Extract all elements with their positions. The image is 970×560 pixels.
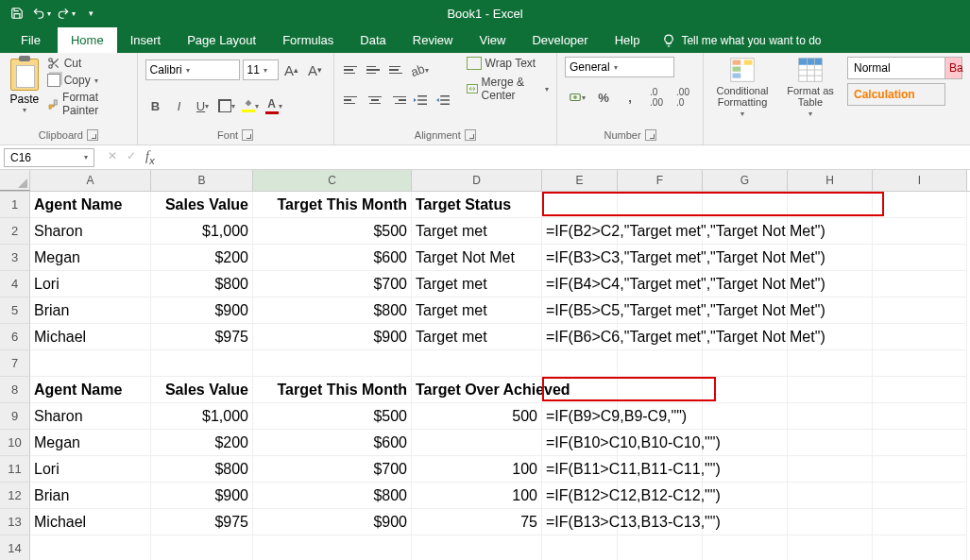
row-header[interactable]: 1 bbox=[0, 192, 30, 218]
paste-button[interactable]: Paste ▾ bbox=[8, 57, 42, 114]
cell-I12[interactable] bbox=[873, 483, 967, 509]
cell-D6[interactable]: Target met bbox=[412, 324, 542, 350]
increase-decimal-button[interactable]: .0.00 bbox=[644, 87, 669, 108]
row-header[interactable]: 6 bbox=[0, 324, 30, 350]
cell-B14[interactable] bbox=[151, 535, 253, 560]
cell-I13[interactable] bbox=[873, 509, 967, 535]
cell-E1[interactable] bbox=[542, 192, 618, 218]
column-header-H[interactable]: H bbox=[788, 170, 873, 191]
dialog-launcher[interactable] bbox=[242, 129, 253, 141]
cell-C12[interactable]: $800 bbox=[253, 483, 412, 509]
cell-A13[interactable]: Michael bbox=[30, 509, 151, 535]
row-header[interactable]: 8 bbox=[0, 377, 30, 403]
align-center-button[interactable] bbox=[365, 90, 385, 110]
cell-B3[interactable]: $200 bbox=[151, 245, 253, 271]
dialog-launcher[interactable] bbox=[87, 129, 98, 141]
row-header[interactable]: 3 bbox=[0, 245, 30, 271]
cell-D10[interactable] bbox=[412, 430, 542, 456]
cell-C6[interactable]: $900 bbox=[253, 324, 412, 350]
cell-A11[interactable]: Lori bbox=[30, 456, 151, 483]
column-header-A[interactable]: A bbox=[30, 170, 151, 191]
cut-button[interactable]: Cut bbox=[47, 57, 129, 70]
row-header[interactable]: 4 bbox=[0, 271, 30, 297]
row-header[interactable]: 14 bbox=[0, 535, 30, 560]
number-format-combo[interactable]: General▾ bbox=[565, 57, 674, 77]
cell-B11[interactable]: $800 bbox=[151, 456, 253, 483]
cell-H1[interactable] bbox=[788, 192, 873, 218]
cell-I2[interactable] bbox=[873, 218, 967, 245]
row-header[interactable]: 11 bbox=[0, 456, 30, 483]
cell-A5[interactable]: Brian bbox=[30, 297, 151, 324]
column-header-G[interactable]: G bbox=[703, 170, 788, 191]
column-header-D[interactable]: D bbox=[412, 170, 542, 191]
cell-I7[interactable] bbox=[873, 350, 967, 377]
tell-me-search[interactable]: Tell me what you want to do bbox=[653, 28, 830, 53]
cell-H12[interactable] bbox=[788, 483, 873, 509]
cell-D11[interactable]: 100 bbox=[412, 456, 542, 483]
cell-H11[interactable] bbox=[788, 456, 873, 483]
cell-H13[interactable] bbox=[788, 509, 873, 535]
cancel-formula-button[interactable]: ✕ bbox=[108, 149, 117, 166]
cell-C2[interactable]: $500 bbox=[253, 218, 412, 245]
dialog-launcher[interactable] bbox=[645, 129, 656, 141]
cell-C13[interactable]: $900 bbox=[253, 509, 412, 535]
wrap-text-button[interactable]: Wrap Text bbox=[467, 57, 549, 70]
cell-A7[interactable] bbox=[30, 350, 151, 377]
cell-D14[interactable] bbox=[412, 535, 542, 560]
cell-E3[interactable]: =IF(B3>C3,"Target met","Target Not Met") bbox=[542, 245, 618, 271]
cell-H14[interactable] bbox=[788, 535, 873, 560]
tab-formulas[interactable]: Formulas bbox=[269, 27, 347, 53]
decrease-font-button[interactable]: A▾ bbox=[305, 59, 326, 80]
insert-function-button[interactable]: fx bbox=[145, 149, 155, 166]
tab-developer[interactable]: Developer bbox=[519, 27, 601, 53]
select-all-corner[interactable] bbox=[0, 170, 30, 191]
cell-C3[interactable]: $600 bbox=[253, 245, 412, 271]
cell-D1[interactable]: Target Status bbox=[412, 192, 542, 218]
decrease-indent-button[interactable] bbox=[410, 90, 431, 110]
cell-D7[interactable] bbox=[412, 350, 542, 377]
column-header-E[interactable]: E bbox=[542, 170, 618, 191]
cell-F8[interactable] bbox=[618, 377, 703, 403]
cell-G9[interactable] bbox=[703, 403, 788, 430]
tab-view[interactable]: View bbox=[466, 27, 519, 53]
cell-E12[interactable]: =IF(B12>C12,B12-C12,"") bbox=[542, 483, 618, 509]
align-right-button[interactable] bbox=[387, 90, 408, 110]
worksheet-grid[interactable]: ABCDEFGHI 1Agent NameSales ValueTarget T… bbox=[0, 170, 970, 560]
cell-B5[interactable]: $900 bbox=[151, 297, 253, 324]
cell-I4[interactable] bbox=[873, 271, 967, 297]
font-size-combo[interactable]: 11▾ bbox=[243, 59, 279, 80]
cell-A3[interactable]: Megan bbox=[30, 245, 151, 271]
cell-D8[interactable]: Target Over Achieved bbox=[412, 377, 542, 403]
name-box[interactable]: C16▾ bbox=[4, 148, 94, 167]
dialog-launcher[interactable] bbox=[465, 129, 476, 141]
style-bad[interactable]: Ba bbox=[945, 57, 962, 79]
cell-E11[interactable]: =IF(B11>C11,B11-C11,"") bbox=[542, 456, 618, 483]
row-header[interactable]: 9 bbox=[0, 403, 30, 430]
format-as-table-button[interactable]: Format as Table▾ bbox=[779, 57, 842, 118]
cell-C10[interactable]: $600 bbox=[253, 430, 412, 456]
cell-B8[interactable]: Sales Value bbox=[151, 377, 253, 403]
increase-font-button[interactable]: A▴ bbox=[281, 59, 302, 80]
cell-G1[interactable] bbox=[703, 192, 788, 218]
cell-I10[interactable] bbox=[873, 430, 967, 456]
cell-I1[interactable] bbox=[873, 192, 967, 218]
cell-styles-gallery[interactable]: Normal Ba Calculation bbox=[847, 57, 962, 106]
qat-customize[interactable]: ▾ bbox=[79, 3, 102, 24]
cell-D4[interactable]: Target met bbox=[412, 271, 542, 297]
merge-center-button[interactable]: Merge & Center▾ bbox=[467, 76, 549, 102]
percent-button[interactable]: % bbox=[591, 87, 616, 108]
cell-E6[interactable]: =IF(B6>C6,"Target met","Target Not Met") bbox=[542, 324, 618, 350]
cell-E5[interactable]: =IF(B5>C5,"Target met","Target Not Met") bbox=[542, 297, 618, 324]
cell-H10[interactable] bbox=[788, 430, 873, 456]
style-normal[interactable]: Normal bbox=[847, 57, 945, 79]
cell-C4[interactable]: $700 bbox=[253, 271, 412, 297]
cell-F14[interactable] bbox=[618, 535, 703, 560]
enter-formula-button[interactable]: ✓ bbox=[127, 149, 136, 166]
cell-B10[interactable]: $200 bbox=[151, 430, 253, 456]
cell-A1[interactable]: Agent Name bbox=[30, 192, 151, 218]
cell-A6[interactable]: Michael bbox=[30, 324, 151, 350]
cell-G8[interactable] bbox=[703, 377, 788, 403]
cell-C11[interactable]: $700 bbox=[253, 456, 412, 483]
italic-button[interactable]: I bbox=[169, 95, 190, 116]
tab-insert[interactable]: Insert bbox=[117, 27, 175, 53]
